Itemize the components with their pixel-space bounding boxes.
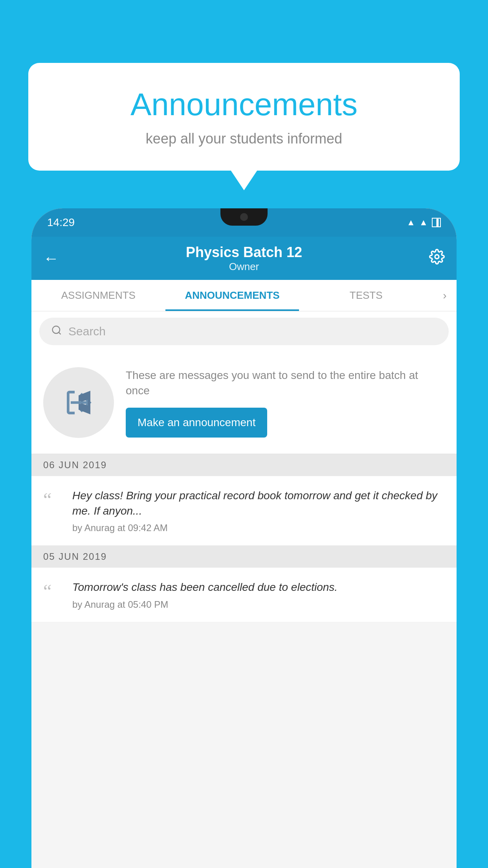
promo-description: These are messages you want to send to t… [126,368,445,398]
tab-assignments[interactable]: ASSIGNMENTS [31,280,165,311]
wifi-icon: ▲ [407,217,415,228]
announcement-content-2: Tomorrow's class has been cancelled due … [72,579,445,610]
search-container: Search [31,311,457,351]
svg-point-1 [53,326,60,333]
speech-bubble-container: Announcements keep all your students inf… [28,63,460,171]
bubble-subtitle: keep all your students informed [52,131,436,147]
announcement-text-2: Tomorrow's class has been cancelled due … [72,579,445,595]
back-button[interactable]: ← [43,250,67,267]
camera-dot [240,213,248,221]
announcement-text-1: Hey class! Bring your practical record b… [72,488,445,519]
phone-frame: 14:29 ▲ ▲ ▐ ← Physics Batch 12 Owner [31,208,457,868]
quote-icon-2: “ [43,582,63,601]
status-time: 14:29 [47,216,75,229]
tab-tests[interactable]: TESTS [299,280,433,311]
app-bar-subtitle: Owner [67,261,421,273]
phone-container: 14:29 ▲ ▲ ▐ ← Physics Batch 12 Owner [31,208,457,868]
announcement-content-1: Hey class! Bring your practical record b… [72,488,445,533]
search-box[interactable]: Search [39,318,449,345]
make-announcement-button[interactable]: Make an announcement [126,408,267,438]
quote-icon-1: “ [43,490,63,509]
content-area: Search These are messages you want to se… [31,311,457,868]
announcement-item-2[interactable]: “ Tomorrow's class has been cancelled du… [31,568,457,622]
speech-bubble: Announcements keep all your students inf… [28,63,460,171]
date-separator-1: 06 JUN 2019 [31,454,457,476]
battery-icon: ▐ [432,218,441,227]
tab-announcements[interactable]: ANNOUNCEMENTS [165,280,299,311]
announcement-meta-1: by Anurag at 09:42 AM [72,522,445,533]
svg-line-2 [59,332,61,334]
app-bar-title: Physics Batch 12 [67,244,421,261]
status-icons: ▲ ▲ ▐ [407,217,441,228]
tabs-container: ASSIGNMENTS ANNOUNCEMENTS TESTS › [31,280,457,311]
search-icon [51,325,62,338]
bubble-title: Announcements [52,86,436,123]
svg-point-0 [435,255,439,259]
signal-icon: ▲ [419,217,428,228]
announcement-meta-2: by Anurag at 05:40 PM [72,599,445,610]
app-bar: ← Physics Batch 12 Owner [31,237,457,280]
announcement-item-1[interactable]: “ Hey class! Bring your practical record… [31,476,457,546]
announcement-promo: These are messages you want to send to t… [31,351,457,454]
status-bar: 14:29 ▲ ▲ ▐ [31,208,457,237]
phone-screen: 14:29 ▲ ▲ ▐ ← Physics Batch 12 Owner [31,208,457,868]
search-placeholder: Search [68,325,106,338]
promo-right: These are messages you want to send to t… [126,368,445,438]
tab-more[interactable]: › [433,289,457,302]
date-separator-2: 05 JUN 2019 [31,546,457,568]
app-bar-title-container: Physics Batch 12 Owner [67,244,421,273]
promo-icon-circle [43,367,114,438]
settings-button[interactable] [421,249,445,268]
notch [220,208,268,226]
